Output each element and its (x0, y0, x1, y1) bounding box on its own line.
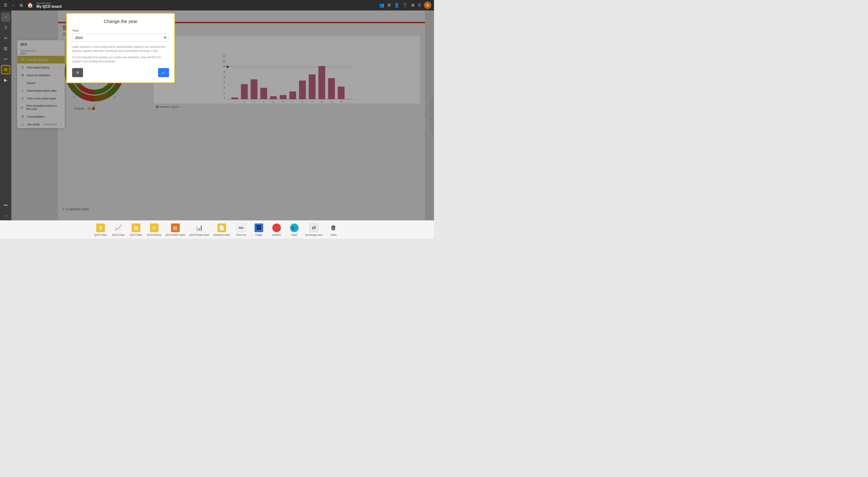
apps-icon[interactable]: ⠿ (418, 3, 421, 8)
avatar[interactable]: A (424, 2, 431, 9)
image-icon: 🖼 (254, 223, 264, 233)
year-select[interactable]: 2022 2023 2024 2025 (72, 34, 169, 42)
top-navigation: ☰ ← ⊞ 🏠 My trial room My QCD board 👥 ⚙ 👤… (0, 0, 434, 10)
sidebar-more-btn[interactable]: ••• (1, 201, 10, 210)
exchange-zone-icon: ⇄ (309, 223, 319, 233)
modal-confirm-button[interactable]: ✓ (158, 68, 169, 77)
qcd-chart-icon: 📈 (114, 223, 123, 233)
image-label: Image (255, 234, 262, 236)
toolbar-item-qcd-letter[interactable]: Q QCD Letter (94, 223, 107, 236)
sidebar-link-btn[interactable]: ⛓ (1, 44, 10, 53)
sidebar-play-btn[interactable]: ▶ (1, 76, 10, 85)
settings-icon[interactable]: ⚙ (388, 3, 391, 8)
toolbar-item-free-text[interactable]: Abc Free text (234, 223, 248, 236)
back-icon[interactable]: ← (10, 2, 17, 9)
breadcrumb: My trial room My QCD board (36, 2, 62, 9)
year-label: Year (72, 29, 169, 32)
hamburger-menu-icon[interactable]: ☰ (3, 2, 8, 9)
qcd-cards-label: QCD action cards (165, 234, 185, 236)
trash-icon: 🗑 (329, 223, 338, 233)
qcd-pareto-label: QCD Pareto chart (189, 234, 209, 236)
modal-info-text-1: Letter indicators of this board will be … (72, 45, 169, 53)
toolbar-item-image[interactable]: 🖼 Image (252, 223, 266, 236)
room-icon: 🏠 (26, 1, 34, 9)
qcd-actions-icon: ≡ (150, 223, 159, 233)
qcd-table-label: QCD Table (130, 234, 142, 236)
stickers-icon (272, 223, 281, 233)
change-year-modal: Change the year Year 2022 2023 2024 2025… (66, 13, 175, 83)
toolbar-item-stickers[interactable]: Stickers (270, 223, 283, 236)
screen-icon[interactable]: 🖥 (410, 3, 415, 8)
user-icon[interactable]: 👤 (394, 3, 399, 8)
exchange-zone-label: Exchange zone (305, 234, 322, 236)
sidebar-grid-btn[interactable]: ⠿ (1, 23, 10, 32)
bottom-toolbar: Q QCD Letter 📈 QCD Chart ▦ QCD Table ≡ Q… (0, 220, 434, 239)
left-sidebar: ☞ ⠿ ✏ ⛓ ↩ ⚙ ▶ ••• → (0, 10, 11, 220)
sidebar-undo-btn[interactable]: ↩ (1, 55, 10, 64)
toolbar-item-qcd-pareto[interactable]: 📊 QCD Pareto chart (189, 223, 209, 236)
toolbar-item-qcd-chart[interactable]: 📈 QCD Chart (112, 223, 125, 236)
trash-label: Trash (330, 234, 337, 236)
toolbar-item-exchange-zone[interactable]: ⇄ Exchange zone (305, 223, 322, 236)
qcd-letter-label: QCD Letter (94, 234, 107, 236)
toolbar-item-standard-notes[interactable]: 📄 Standard notes (213, 223, 230, 236)
help-icon[interactable]: ❓ (402, 3, 407, 8)
grid-icon[interactable]: ⊞ (19, 2, 24, 9)
free-text-icon: Abc (236, 223, 246, 233)
toolbar-item-qcd-actions[interactable]: ≡ QCD Actions (147, 223, 161, 236)
sidebar-arrow-btn[interactable]: → (1, 211, 10, 220)
modal-cancel-button[interactable]: ✕ (72, 68, 83, 77)
breadcrumb-current: My QCD board (36, 5, 62, 9)
sidebar-pen-btn[interactable]: ✏ (1, 34, 10, 43)
breadcrumb-parent: My trial room (36, 2, 62, 5)
standard-notes-label: Standard notes (213, 234, 230, 236)
modal-info: Letter indicators of this board will be … (72, 45, 169, 63)
sidebar-cursor-btn[interactable]: ☞ (1, 13, 10, 22)
sidebar-gear-btn[interactable]: ⚙ (1, 65, 10, 74)
standard-notes-icon: 📄 (217, 223, 226, 233)
bottom-scroll-btn[interactable]: ↓ (6, 214, 8, 218)
qcd-letter-icon: Q (96, 223, 105, 233)
modal-buttons: ✕ ✓ (72, 68, 169, 77)
qcd-actions-label: QCD Actions (147, 234, 161, 236)
modal-title: Change the year (72, 19, 169, 24)
toolbar-item-team[interactable]: 👥 Team (287, 223, 301, 236)
qcd-cards-icon: ▤ (170, 223, 180, 233)
toolbar-item-trash[interactable]: 🗑 Trash (327, 223, 340, 236)
modal-info-text-2: If in the selected time window you creat… (72, 55, 169, 63)
top-nav-right: 👥 ⚙ 👤 ❓ 🖥 ⠿ A (379, 2, 431, 9)
stickers-label: Stickers (272, 234, 281, 236)
main-area: Safety 2024 (11, 10, 434, 220)
team-icon: 👥 (289, 223, 299, 233)
qcd-chart-label: QCD Chart (112, 234, 124, 236)
qcd-pareto-icon: 📊 (194, 223, 204, 233)
team-label: Team (291, 234, 298, 236)
qcd-table-icon: ▦ (131, 223, 141, 233)
toolbar-item-qcd-cards[interactable]: ▤ QCD action cards (165, 223, 185, 236)
users-icon[interactable]: 👥 (379, 3, 384, 8)
free-text-label: Free text (236, 234, 246, 236)
toolbar-item-qcd-table[interactable]: ▦ QCD Table (129, 223, 143, 236)
